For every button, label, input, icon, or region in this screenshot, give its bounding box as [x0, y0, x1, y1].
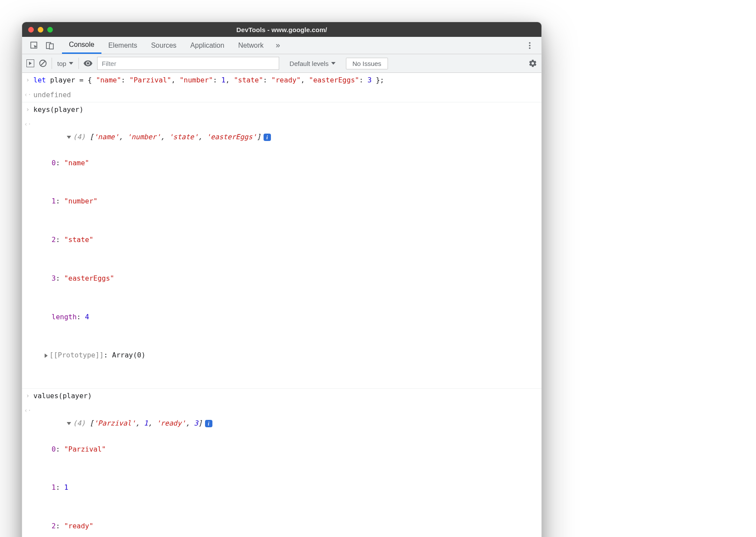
- clear-console-icon[interactable]: [39, 59, 47, 68]
- main-toolbar: Console Elements Sources Application Net…: [22, 37, 541, 54]
- context-label: top: [57, 60, 66, 67]
- console-output: › let player = { "name": "Parzival", "nu…: [22, 73, 541, 537]
- window-title: DevTools - www.google.com/: [22, 26, 541, 33]
- svg-marker-6: [29, 62, 32, 65]
- tab-application[interactable]: Application: [183, 37, 231, 54]
- array-result[interactable]: (4) ['Parzival', 1, 'ready', 3]i 0: "Par…: [33, 404, 541, 537]
- prompt-icon: ›: [22, 103, 33, 116]
- device-toolbar-icon[interactable]: [42, 39, 58, 52]
- array-prototype[interactable]: [[Prototype]]: Array(0): [33, 349, 537, 362]
- expand-toggle-icon[interactable]: [67, 422, 71, 425]
- devtools-window: DevTools - www.google.com/ Console Eleme…: [22, 22, 542, 537]
- tab-console[interactable]: Console: [62, 37, 101, 54]
- array-result[interactable]: (4) ['name', 'number', 'state', 'easterE…: [33, 118, 541, 387]
- undefined-result: undefined: [33, 88, 541, 102]
- array-entry: 1: "number": [33, 195, 537, 208]
- settings-icon[interactable]: [507, 39, 522, 52]
- inspect-element-icon[interactable]: [26, 39, 42, 52]
- svg-point-5: [529, 47, 531, 49]
- issues-label: No Issues: [352, 60, 381, 67]
- info-icon[interactable]: i: [205, 420, 212, 427]
- live-expression-icon[interactable]: [83, 59, 93, 68]
- filter-input[interactable]: Filter: [97, 57, 279, 70]
- console-input-line[interactable]: keys(player): [33, 103, 541, 116]
- prompt-icon: ›: [22, 390, 33, 403]
- svg-rect-2: [49, 44, 53, 49]
- toggle-drawer-icon[interactable]: [26, 59, 34, 67]
- console-input-line[interactable]: let player = { "name": "Parzival", "numb…: [33, 74, 541, 87]
- tab-elements[interactable]: Elements: [101, 37, 144, 54]
- array-entry: 2: "state": [33, 233, 537, 246]
- array-entry: 0: "name": [33, 157, 537, 170]
- kebab-menu-icon[interactable]: [522, 39, 537, 52]
- array-length: length: 4: [33, 311, 537, 324]
- svg-line-8: [41, 61, 45, 65]
- log-levels-selector[interactable]: Default levels: [284, 60, 342, 67]
- array-entry: 2: "ready": [33, 520, 537, 533]
- expand-toggle-icon[interactable]: [45, 354, 48, 358]
- result-icon: ‹·: [22, 88, 33, 102]
- info-icon[interactable]: i: [264, 134, 271, 141]
- tab-network[interactable]: Network: [231, 37, 270, 54]
- more-tabs-button[interactable]: »: [270, 41, 285, 50]
- array-entry: 0: "Parzival": [33, 443, 537, 456]
- console-input-line[interactable]: values(player): [33, 390, 541, 403]
- panel-tabs: Console Elements Sources Application Net…: [62, 37, 270, 54]
- dropdown-icon: [69, 62, 73, 65]
- dropdown-icon: [331, 62, 336, 65]
- expand-toggle-icon[interactable]: [67, 136, 71, 139]
- filter-placeholder: Filter: [102, 60, 116, 67]
- issues-button[interactable]: No Issues: [346, 58, 388, 69]
- context-selector[interactable]: top: [52, 58, 79, 69]
- result-icon: ‹·: [22, 118, 33, 387]
- tab-sources[interactable]: Sources: [144, 37, 183, 54]
- console-settings-icon[interactable]: [528, 59, 537, 68]
- array-entry: 1: 1: [33, 481, 537, 494]
- result-icon: ‹·: [22, 404, 33, 537]
- levels-label: Default levels: [290, 60, 329, 67]
- array-entry: 3: "easterEggs": [33, 272, 537, 285]
- titlebar: DevTools - www.google.com/: [22, 22, 541, 37]
- svg-point-3: [529, 42, 531, 44]
- console-subtoolbar: top Filter Default levels No Issues: [22, 54, 541, 73]
- svg-point-4: [529, 45, 531, 46]
- prompt-icon: ›: [22, 74, 33, 87]
